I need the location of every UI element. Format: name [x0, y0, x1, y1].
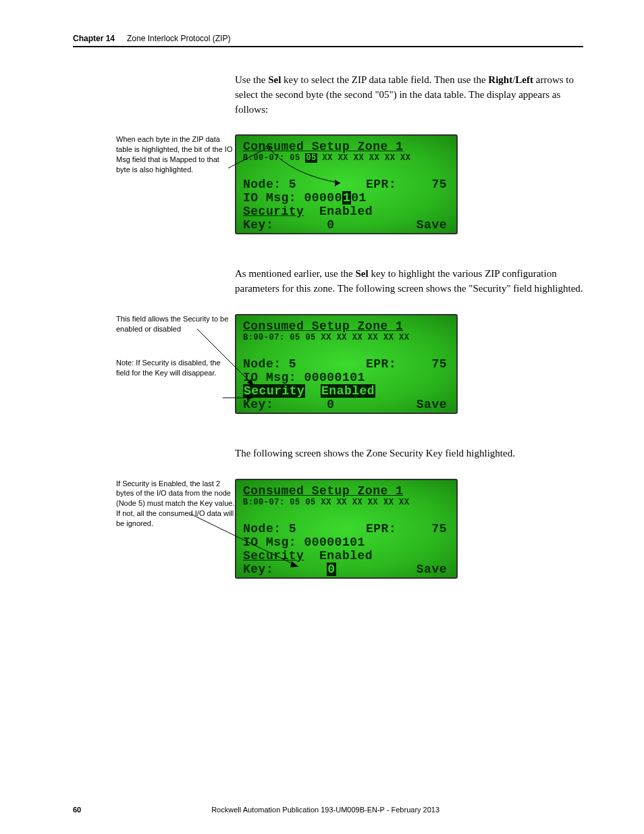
figure-3: If Security is Enabled, the last 2 bytes…: [235, 479, 583, 579]
lcd-security-row: Security Enabled: [243, 549, 450, 563]
paragraph-2: As mentioned earlier, use the Sel key to…: [235, 267, 583, 296]
lcd-node-row: Node: 5EPR:75: [243, 522, 450, 536]
lcd-title: Consumed Setup Zone 1: [243, 484, 450, 498]
paragraph-1: Use the Sel key to select the ZIP data t…: [235, 73, 583, 117]
paragraph-3: The following screen shows the Zone Secu…: [235, 446, 583, 461]
lcd-byte-row: B:00-07: 05 05 XX XX XX XX XX XX: [243, 153, 450, 163]
lcd-iomsg-row: IO Msg: 00000101: [243, 191, 450, 205]
chapter-title: Zone Interlock Protocol (ZIP): [127, 34, 230, 43]
page-header: Chapter 14 Zone Interlock Protocol (ZIP): [73, 34, 583, 43]
lcd-key-row: Key: 0Save: [243, 398, 450, 411]
lcd-title: Consumed Setup Zone 1: [243, 319, 450, 333]
fig2-callout-1: This field allows the Security to be ena…: [116, 314, 235, 334]
chapter-number: Chapter 14: [73, 34, 115, 43]
header-rule: [73, 46, 583, 47]
lcd-security-row: Security Enabled: [243, 384, 450, 398]
lcd-iomsg-row: IO Msg: 00000101: [243, 536, 450, 549]
lcd-security-row: Security Enabled: [243, 205, 450, 218]
page-footer: 60 Rockwell Automation Publication 193-U…: [73, 806, 583, 814]
lcd-node-row: Node: 5EPR:75: [243, 357, 450, 371]
lcd-screen-1: Consumed Setup Zone 1 B:00-07: 05 05 XX …: [235, 134, 458, 234]
publication-info: Rockwell Automation Publication 193-UM00…: [81, 806, 570, 814]
lcd-node-row: Node: 5EPR:75: [243, 178, 450, 191]
lcd-title: Consumed Setup Zone 1: [243, 140, 450, 153]
fig2-callout-2: Note: If Security is disabled, the field…: [116, 358, 235, 378]
lcd-byte-row: B:00-07: 05 05 XX XX XX XX XX XX: [243, 498, 450, 507]
lcd-screen-3: Consumed Setup Zone 1 B:00-07: 05 05 XX …: [235, 479, 458, 579]
lcd-byte-row: B:00-07: 05 05 XX XX XX XX XX XX: [243, 333, 450, 342]
fig1-callout-1: When each byte in the ZIP data table is …: [116, 134, 235, 174]
figure-1: When each byte in the ZIP data table is …: [235, 134, 583, 234]
page-number: 60: [73, 806, 81, 814]
figure-2: This field allows the Security to be ena…: [235, 314, 583, 414]
lcd-key-row: Key: 0Save: [243, 563, 450, 576]
lcd-screen-2: Consumed Setup Zone 1 B:00-07: 05 05 XX …: [235, 314, 458, 414]
lcd-key-row: Key: 0Save: [243, 218, 450, 232]
fig3-callout-1: If Security is Enabled, the last 2 bytes…: [116, 479, 235, 529]
lcd-iomsg-row: IO Msg: 00000101: [243, 371, 450, 384]
